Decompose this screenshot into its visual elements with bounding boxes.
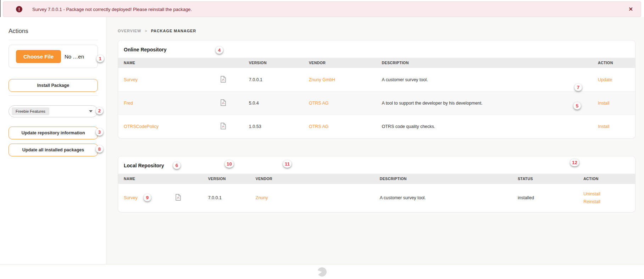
package-version: 7.0.0.1 (202, 184, 250, 212)
divider (9, 40, 98, 40)
package-manager-page: ! Survey 7.0.0.1 - Package not correctly… (0, 0, 644, 279)
annotation-badge: 11 (283, 160, 292, 168)
annotation-badge: 7 (574, 84, 582, 91)
column-header-vendor: VENDOR (250, 174, 374, 184)
pdf-file-icon[interactable] (221, 76, 226, 84)
package-status: installed (512, 184, 578, 212)
znuny-logo-icon (317, 267, 327, 277)
package-description: A tool to support the developer by his d… (376, 91, 592, 115)
annotation-badge: 2 (96, 107, 103, 115)
exclamation-circle-icon: ! (16, 6, 22, 12)
annotation-badge: 1 (96, 55, 104, 62)
error-banner: ! Survey 7.0.0.1 - Package not correctly… (3, 1, 641, 17)
install-package-button[interactable]: Install Package (9, 79, 98, 92)
local-repository-card: Local Repository NAME VERSION VENDOR DES… (118, 156, 635, 213)
chevron-down-icon (89, 110, 93, 112)
annotation-badge: 12 (570, 159, 579, 166)
annotation-badge: 9 (144, 194, 151, 201)
divider (9, 95, 98, 96)
table-row: OTRSCodePolicy 1.0.53 OTRS AG OTRS code … (118, 115, 635, 138)
repository-select[interactable]: Freebie Features (9, 105, 98, 117)
table-row: Survey 7.0.0.1 Znuny A customer survey t… (118, 184, 635, 212)
annotation-badge: 8 (96, 145, 103, 153)
package-name-link[interactable]: Survey (124, 77, 138, 82)
update-all-packages-button[interactable]: Update all installed packages (9, 144, 98, 156)
file-chosen-text: No …en (65, 54, 84, 60)
package-description: A customer survey tool. (376, 68, 592, 91)
file-upload-box: Choose File No …en (9, 45, 98, 68)
content-area: Actions Choose File No …en Install Packa… (0, 17, 644, 264)
column-header-status: STATUS (512, 174, 578, 184)
vendor-link[interactable]: OTRS AG (309, 101, 329, 106)
column-header-vendor: VENDOR (303, 58, 376, 68)
vendor-link[interactable]: Znuny GmbH (309, 77, 335, 82)
install-action-link[interactable]: Install (598, 101, 610, 106)
annotation-badge: 3 (96, 128, 103, 136)
update-action-link[interactable]: Update (598, 77, 612, 82)
update-repository-button[interactable]: Update repository information (9, 127, 98, 139)
online-repository-table: NAME VERSION VENDOR DESCRIPTION ACTION S… (118, 58, 635, 138)
package-name-link[interactable]: OTRSCodePolicy (124, 124, 159, 129)
column-header-action: ACTION (578, 174, 635, 184)
table-header-row: NAME VERSION VENDOR DESCRIPTION STATUS A… (118, 174, 635, 184)
package-version: 5.0.4 (243, 91, 303, 115)
reinstall-action-link[interactable]: Reinstall (583, 199, 632, 204)
pdf-file-icon[interactable] (221, 123, 226, 130)
column-header-name: NAME (118, 174, 202, 184)
table-header-row: NAME VERSION VENDOR DESCRIPTION ACTION (118, 58, 635, 68)
breadcrumb: OVERVIEW > PACKAGE MANAGER (118, 29, 635, 33)
package-name-link[interactable]: Fred (124, 101, 133, 106)
package-description: A customer survey tool. (374, 184, 512, 212)
error-banner-text: Survey 7.0.0.1 - Package not correctly d… (32, 7, 192, 12)
choose-file-button[interactable]: Choose File (16, 50, 61, 63)
local-repository-table: NAME VERSION VENDOR DESCRIPTION STATUS A… (118, 174, 635, 212)
close-icon[interactable]: ✕ (628, 6, 633, 12)
online-repository-title: Online Repository (118, 40, 635, 58)
breadcrumb-current: PACKAGE MANAGER (151, 29, 196, 33)
page-footer (0, 264, 644, 279)
repository-select-value: Freebie Features (12, 107, 49, 115)
breadcrumb-separator: > (145, 29, 147, 33)
column-header-name: NAME (118, 58, 243, 68)
breadcrumb-overview-link[interactable]: OVERVIEW (118, 29, 141, 33)
annotation-badge: 4 (216, 46, 223, 54)
annotation-badge: 5 (573, 102, 581, 110)
pdf-file-icon[interactable] (221, 99, 226, 107)
column-header-description: DESCRIPTION (374, 174, 512, 184)
package-version: 1.0.53 (243, 115, 303, 138)
package-version: 7.0.0.1 (243, 68, 303, 91)
annotation-badge: 6 (173, 162, 181, 169)
main-area: OVERVIEW > PACKAGE MANAGER Online Reposi… (106, 17, 644, 264)
package-name-link[interactable]: Survey (124, 195, 138, 200)
package-description: OTRS code quality checks. (376, 115, 592, 138)
column-header-version: VERSION (202, 174, 250, 184)
uninstall-action-link[interactable]: Uninstall (583, 191, 632, 196)
column-header-description: DESCRIPTION (376, 58, 592, 68)
sidebar-title: Actions (9, 28, 98, 35)
vendor-link[interactable]: Znuny (256, 195, 268, 200)
table-row: Fred 5.0.4 OTRS AG A tool to support the… (118, 91, 635, 115)
table-row: Survey 7.0.0.1 Znuny GmbH A customer sur… (118, 68, 635, 91)
vendor-link[interactable]: OTRS AG (309, 124, 329, 129)
local-repository-title: Local Repository (118, 156, 635, 174)
online-repository-card: Online Repository NAME VERSION VENDOR DE… (118, 40, 635, 139)
pdf-file-icon[interactable] (176, 194, 181, 202)
column-header-action: ACTION (592, 58, 635, 68)
install-action-link[interactable]: Install (598, 124, 610, 129)
actions-sidebar: Actions Choose File No …en Install Packa… (0, 17, 106, 264)
column-header-version: VERSION (243, 58, 303, 68)
annotation-badge: 10 (225, 160, 234, 168)
